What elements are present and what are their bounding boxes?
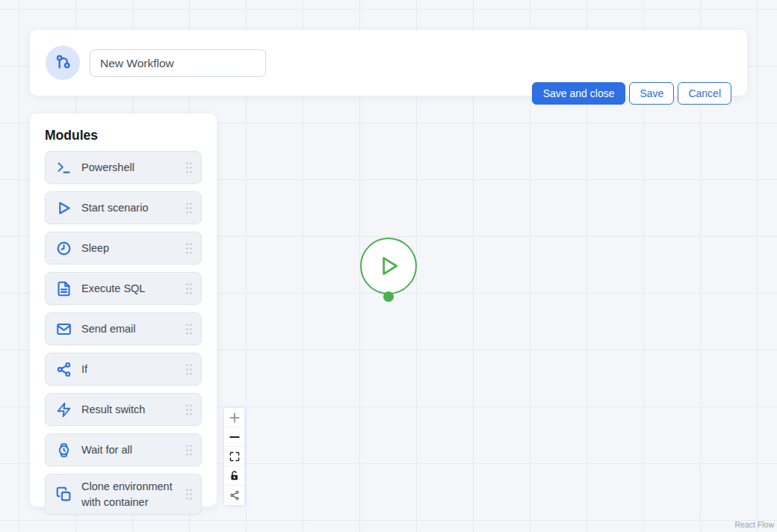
module-item-clone-environment[interactable]: Clone environment with container	[45, 474, 202, 515]
drag-handle-icon[interactable]	[185, 282, 193, 295]
fit-view-button[interactable]	[224, 447, 244, 466]
branch-share-icon	[55, 361, 72, 377]
zap-icon	[55, 401, 72, 418]
module-item-if[interactable]: If	[45, 353, 202, 386]
save-button[interactable]: Save	[629, 82, 674, 105]
minus-icon	[229, 432, 240, 442]
module-item-label: Start scenario	[81, 200, 185, 216]
save-and-close-button[interactable]: Save and close	[532, 82, 626, 105]
module-item-send-email[interactable]: Send email	[45, 312, 202, 345]
node-output-handle[interactable]	[383, 291, 394, 302]
module-item-label: Execute SQL	[81, 281, 185, 297]
drag-handle-icon[interactable]	[185, 202, 193, 214]
module-item-label: If	[81, 362, 185, 377]
watch-icon	[55, 442, 72, 458]
drag-handle-icon[interactable]	[185, 444, 193, 457]
module-item-label: Result switch	[81, 402, 185, 418]
fit-view-icon	[229, 451, 240, 462]
workflow-header: Save and close Save Cancel	[30, 30, 747, 96]
module-item-result-switch[interactable]: Result switch	[45, 393, 202, 426]
clock-icon	[55, 240, 72, 256]
module-item-powershell[interactable]: Powershell	[45, 151, 202, 184]
workflow-name-input[interactable]	[90, 49, 266, 77]
copy-icon	[55, 486, 72, 503]
drag-handle-icon[interactable]	[185, 488, 193, 501]
module-item-start-scenario[interactable]: Start scenario	[45, 191, 202, 224]
module-item-wait-for-all[interactable]: Wait for all	[45, 433, 202, 466]
module-item-execute-sql[interactable]: Execute SQL	[45, 272, 202, 305]
module-item-label: Sleep	[81, 241, 185, 256]
start-node[interactable]	[360, 238, 417, 294]
workflow-branch-icon	[53, 53, 72, 72]
cancel-button[interactable]: Cancel	[678, 82, 731, 105]
drag-handle-icon[interactable]	[185, 403, 193, 416]
modules-panel: Modules Powershell Start scenario	[30, 114, 217, 507]
plus-icon	[229, 412, 240, 423]
module-item-label: Clone environment with container	[81, 479, 185, 510]
lock-button[interactable]	[224, 466, 244, 486]
play-icon	[55, 200, 72, 216]
mail-icon	[55, 321, 72, 337]
modules-panel-title: Modules	[45, 128, 98, 143]
workflow-canvas[interactable]: Save and close Save Cancel Modules Power…	[0, 0, 777, 532]
flow-controls	[224, 408, 244, 505]
drag-handle-icon[interactable]	[185, 161, 193, 174]
terminal-icon	[55, 159, 72, 176]
module-item-label: Powershell	[81, 160, 185, 176]
module-item-label: Send email	[81, 321, 185, 337]
react-flow-attribution[interactable]: React Flow	[734, 520, 774, 529]
play-circle-icon	[374, 252, 403, 280]
zoom-in-button[interactable]	[224, 408, 244, 427]
lock-icon	[229, 470, 240, 481]
share-button[interactable]	[224, 486, 244, 505]
file-text-icon	[55, 280, 72, 297]
drag-handle-icon[interactable]	[185, 242, 193, 255]
share-icon	[229, 490, 240, 501]
drag-handle-icon[interactable]	[185, 363, 193, 376]
module-item-label: Wait for all	[81, 442, 185, 458]
header-actions: Save and close Save Cancel	[532, 82, 731, 105]
zoom-out-button[interactable]	[224, 427, 244, 447]
drag-handle-icon[interactable]	[185, 323, 193, 335]
workflow-badge	[46, 46, 80, 80]
module-item-sleep[interactable]: Sleep	[45, 232, 202, 265]
